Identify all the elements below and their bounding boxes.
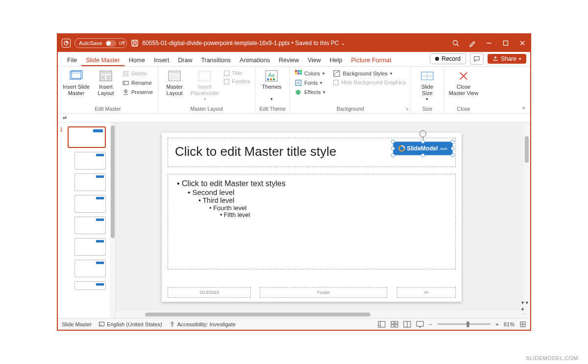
svg-rect-25	[297, 70, 299, 72]
svg-rect-10	[101, 75, 105, 80]
normal-view-icon[interactable]	[378, 321, 386, 328]
ribbon-collapse-icon[interactable]: ⌄	[521, 103, 526, 110]
resize-handle[interactable]	[391, 146, 395, 150]
nav-up-icon[interactable]: ▲	[520, 306, 529, 311]
layout-thumbnail[interactable]	[74, 195, 106, 213]
accessibility-status[interactable]: Accessibility: Investigate	[169, 321, 236, 327]
rotate-handle-icon[interactable]	[419, 130, 426, 137]
tab-help[interactable]: Help	[325, 54, 347, 66]
canvas-horizontal-scrollbar[interactable]	[116, 311, 523, 318]
tab-transitions[interactable]: Transitions	[196, 54, 235, 66]
record-button[interactable]: Record	[430, 53, 466, 64]
slide-canvas-area[interactable]: Click to edit Master title style • Click…	[116, 122, 530, 318]
svg-rect-26	[300, 70, 302, 72]
resize-handle[interactable]	[421, 140, 425, 144]
resize-handle[interactable]	[451, 146, 455, 150]
zoom-percent[interactable]: 61%	[504, 321, 514, 327]
pen-icon[interactable]	[468, 39, 476, 47]
autosave-toggle[interactable]: AutoSave Off	[74, 38, 127, 48]
body-placeholder[interactable]: • Click to edit Master text styles • Sec…	[168, 174, 456, 269]
tab-review[interactable]: Review	[274, 54, 303, 66]
delete-icon	[122, 70, 129, 77]
colors-button[interactable]: Colors ▾	[294, 70, 326, 77]
canvas-vertical-scrollbar[interactable]	[523, 122, 530, 318]
checkbox-icon	[224, 71, 229, 76]
layout-thumbnail[interactable]	[74, 217, 106, 234]
sorter-view-icon[interactable]	[391, 321, 398, 328]
master-layout-button[interactable]: Master Layout	[162, 69, 187, 105]
preserve-button[interactable]: Preserve	[121, 88, 154, 96]
autosave-switch[interactable]	[105, 40, 116, 47]
thumbnails-scrollbar[interactable]	[110, 122, 116, 318]
svg-point-30	[296, 90, 301, 95]
search-icon[interactable]	[452, 39, 460, 47]
slide-master-canvas[interactable]: Click to edit Master title style • Click…	[162, 133, 462, 302]
tab-animations[interactable]: Animations	[235, 54, 274, 66]
save-button[interactable]	[131, 39, 139, 47]
tab-draw[interactable]: Draw	[173, 54, 196, 66]
dialog-launcher-icon[interactable]: ↘	[405, 106, 409, 111]
close-master-view-button[interactable]: Close Master View	[448, 69, 479, 105]
language-status[interactable]: English (United States)	[98, 321, 162, 327]
insert-slide-master-button[interactable]: Insert Slide Master	[62, 69, 91, 105]
resize-handle[interactable]	[391, 140, 395, 144]
tab-picture-format[interactable]: Picture Format	[347, 54, 396, 66]
resize-handle[interactable]	[451, 153, 455, 157]
hide-bg-checkbox: Hide Background Graphics	[332, 79, 406, 86]
minimize-icon[interactable]	[485, 39, 493, 47]
themes-button[interactable]: Aa Themes▾	[259, 69, 284, 105]
zoom-in-icon[interactable]: +	[496, 321, 499, 327]
date-placeholder[interactable]: 3/13/2023	[168, 287, 251, 298]
resize-handle[interactable]	[451, 140, 455, 144]
nav-down-double-icon[interactable]: ▼▼	[520, 300, 529, 305]
tab-view[interactable]: View	[303, 54, 325, 66]
share-button[interactable]: Share▾	[488, 54, 526, 64]
svg-rect-1	[132, 40, 138, 46]
qat-chevron-icon[interactable]: ⇄	[63, 115, 67, 121]
slide-thumbnails-pane[interactable]: 1	[58, 122, 116, 318]
autosave-label: AutoSave	[79, 40, 102, 46]
zoom-out-icon[interactable]: −	[429, 321, 432, 327]
background-styles-button[interactable]: Background Styles ▾	[332, 70, 406, 77]
effects-button[interactable]: Effects ▾	[294, 88, 326, 96]
footer-placeholder[interactable]: Footer	[260, 287, 387, 298]
insert-layout-button[interactable]: Insert Layout	[94, 69, 118, 105]
tab-slide-master[interactable]: Slide Master	[81, 54, 124, 66]
fit-to-window-icon[interactable]	[519, 321, 526, 328]
slide-size-button[interactable]: Slide Size ▾	[415, 69, 440, 105]
document-title[interactable]: 60555-01-digital-divide-powerpoint-templ…	[143, 40, 345, 47]
layout-thumbnail[interactable]	[74, 152, 106, 170]
svg-rect-36	[378, 321, 385, 327]
titlebar: AutoSave Off 60555-01-digital-divide-pow…	[58, 34, 530, 52]
master-thumbnail[interactable]	[68, 126, 106, 148]
group-master-layout: Master Layout Insert Placeholder▾ Title …	[158, 67, 255, 113]
maximize-icon[interactable]	[502, 39, 510, 47]
layout-thumbnail[interactable]	[74, 173, 106, 191]
tab-home[interactable]: Home	[124, 54, 149, 66]
svg-rect-28	[297, 73, 299, 74]
rename-icon	[122, 79, 129, 86]
resize-handle[interactable]	[391, 153, 395, 157]
close-icon[interactable]	[518, 39, 526, 47]
slideshow-view-icon[interactable]	[416, 321, 424, 328]
svg-rect-2	[133, 44, 136, 46]
slide-number-placeholder[interactable]: ‹#›	[397, 287, 456, 298]
preserve-icon	[122, 89, 129, 96]
tab-insert[interactable]: Insert	[149, 54, 173, 66]
selected-logo-picture[interactable]: SlideModel.com	[393, 142, 453, 155]
powerpoint-app-icon	[62, 39, 71, 48]
comments-button[interactable]	[470, 53, 484, 65]
zoom-slider[interactable]	[437, 323, 491, 325]
layout-thumbnail[interactable]	[74, 238, 106, 256]
group-size: Slide Size ▾ Size	[411, 67, 444, 113]
tab-file[interactable]: File	[63, 54, 81, 66]
rename-button[interactable]: Rename	[121, 79, 154, 87]
svg-rect-39	[391, 325, 394, 327]
reading-view-icon[interactable]	[403, 321, 411, 328]
layout-thumbnail[interactable]	[74, 281, 106, 290]
fonts-button[interactable]: AFonts ▾	[294, 79, 326, 87]
layout-thumbnail[interactable]	[74, 260, 106, 277]
autosave-state: Off	[119, 41, 125, 46]
resize-handle[interactable]	[421, 153, 425, 157]
svg-rect-17	[170, 74, 179, 80]
